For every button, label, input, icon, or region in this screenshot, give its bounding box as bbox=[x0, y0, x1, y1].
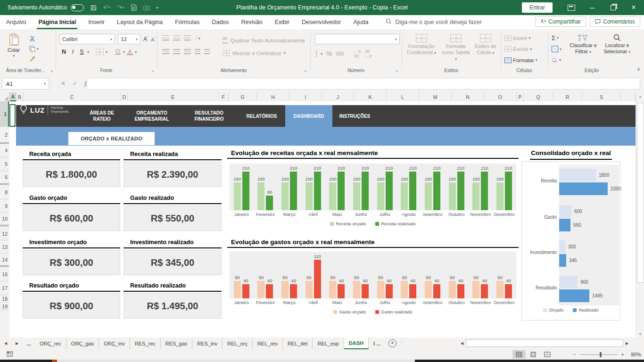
save-icon[interactable] bbox=[91, 5, 97, 11]
sheet-tab-REL_res[interactable]: REL_res bbox=[253, 337, 283, 349]
column-header-P[interactable]: P bbox=[517, 92, 524, 101]
format-painter-button[interactable] bbox=[29, 54, 39, 63]
sheet-nav-right-icon[interactable]: ▶ bbox=[11, 337, 23, 349]
nav-tab-resultado-financeiro[interactable]: RESULTADO FINANCEIRO bbox=[180, 105, 238, 127]
row-header-16[interactable]: 16 bbox=[0, 268, 9, 281]
row-header-2[interactable]: 2 bbox=[0, 127, 9, 144]
hscroll-right-icon[interactable]: ▶ bbox=[623, 341, 631, 346]
alignment-dialog-launcher[interactable]: ↘ bbox=[304, 69, 307, 73]
view-toggle-button[interactable]: ORÇADO x REALIZADO bbox=[68, 132, 155, 145]
column-header-Q[interactable]: Q bbox=[524, 92, 553, 101]
row-header-19[interactable]: 19 bbox=[0, 303, 9, 310]
decrease-decimal-icon[interactable]: .00→.0 bbox=[364, 49, 372, 58]
fill-button[interactable]: ↓▾ bbox=[552, 45, 561, 54]
sheet-tab-REL_esp[interactable]: REL_esp bbox=[313, 337, 344, 349]
align-middle-icon[interactable] bbox=[173, 35, 180, 41]
autosum-button[interactable]: Σ▾ bbox=[552, 33, 561, 42]
nav-tab-dashboard[interactable]: DASHBOARD bbox=[285, 105, 332, 127]
print-preview-icon[interactable] bbox=[131, 4, 137, 11]
paste-button[interactable]: Colar▾ bbox=[8, 33, 20, 58]
maximize-button[interactable] bbox=[603, 0, 623, 15]
row-header-10[interactable]: 10 bbox=[0, 213, 9, 226]
column-header-F[interactable]: F bbox=[218, 92, 229, 101]
row-header-14[interactable]: 14 bbox=[0, 254, 9, 267]
close-button[interactable]: × bbox=[623, 0, 644, 15]
sheet-tab-REL_orç[interactable]: REL_orç bbox=[223, 337, 253, 349]
ribbon-tab-desenvolvedor[interactable]: Desenvolvedor bbox=[296, 15, 347, 29]
camera-icon[interactable] bbox=[143, 5, 150, 10]
column-header-K[interactable]: K bbox=[354, 92, 387, 101]
scroll-down-icon[interactable]: ▼ bbox=[636, 330, 644, 337]
autosave-toggle[interactable] bbox=[71, 4, 84, 11]
hscroll-left-icon[interactable]: ◀ bbox=[458, 341, 466, 346]
italic-button[interactable]: I bbox=[69, 49, 76, 55]
conditional-formatting-button[interactable]: Formatação Condicional ▾ bbox=[406, 34, 437, 56]
nav-tab-instru-es[interactable]: INSTRUÇÕES bbox=[332, 105, 377, 127]
align-center-icon[interactable] bbox=[173, 49, 180, 54]
nav-tab--reas-de-rateio[interactable]: ÁREAS DE RATEIO bbox=[80, 105, 124, 127]
column-header-S[interactable]: S bbox=[582, 92, 621, 101]
sheet-overflow-right[interactable]: I ... bbox=[369, 337, 385, 349]
row-header-9[interactable]: 9 bbox=[0, 199, 9, 213]
bold-button[interactable]: N bbox=[60, 49, 67, 55]
zoom-level[interactable]: 90% bbox=[631, 352, 641, 357]
minimize-button[interactable]: ─ bbox=[582, 0, 603, 15]
qat-customize-icon[interactable]: ▾ bbox=[157, 6, 158, 10]
selected-cell-a1[interactable] bbox=[9, 104, 16, 127]
row-header-12[interactable]: 12 bbox=[0, 227, 9, 240]
insert-cells-button[interactable]: Inserir▾ bbox=[504, 33, 537, 42]
column-header-A[interactable]: A bbox=[10, 92, 17, 101]
tell-me-search[interactable]: Diga-me o que você deseja fazer bbox=[374, 15, 481, 29]
sheet-overflow-left[interactable]: ... bbox=[23, 337, 35, 349]
font-name-select[interactable]: Calibri▾ bbox=[59, 34, 115, 44]
ribbon-tab-exibir[interactable]: Exibir bbox=[269, 15, 296, 29]
ribbon-tab-inserir[interactable]: Inserir bbox=[82, 15, 111, 29]
column-header-H[interactable]: H bbox=[257, 92, 289, 101]
horizontal-scroll-thumb[interactable] bbox=[466, 339, 623, 347]
row-header-8[interactable]: 8 bbox=[0, 186, 9, 199]
grow-font-button[interactable]: Aˆ bbox=[143, 36, 148, 42]
sort-filter-button[interactable]: AZ Classificar e Filtrar ▾ bbox=[568, 34, 599, 55]
zoom-slider[interactable] bbox=[580, 354, 618, 355]
merge-center-button[interactable]: Mesclar e Centralizar▾ bbox=[223, 50, 286, 56]
vertical-scrollbar[interactable]: ▲ ▼ bbox=[636, 92, 644, 337]
column-header-B[interactable]: B bbox=[17, 92, 23, 101]
normal-view-button[interactable] bbox=[512, 350, 526, 359]
formula-input[interactable] bbox=[87, 78, 640, 90]
column-header-N[interactable]: N bbox=[452, 92, 484, 101]
column-header-D[interactable]: D bbox=[121, 92, 128, 101]
align-left-icon[interactable] bbox=[162, 49, 169, 54]
vertical-scroll-thumb[interactable] bbox=[637, 103, 644, 283]
row-header-1[interactable]: 1 bbox=[0, 101, 9, 127]
scroll-up-icon[interactable]: ▲ bbox=[636, 92, 644, 100]
sheet-tab-ORÇ_rec[interactable]: ORÇ_rec bbox=[35, 337, 66, 349]
ribbon-tab-layout-da-página[interactable]: Layout da Página bbox=[111, 15, 169, 29]
row-header-18[interactable]: 18 bbox=[0, 295, 9, 303]
page-break-view-button[interactable] bbox=[541, 350, 554, 359]
ribbon-tab-revisão[interactable]: Revisão bbox=[235, 15, 269, 29]
increase-decimal-icon[interactable]: ←.0.00 bbox=[353, 49, 361, 58]
name-box[interactable]: A1▾ bbox=[2, 78, 49, 90]
redo-icon[interactable]: ↷▾ bbox=[117, 4, 124, 11]
column-header-L[interactable]: L bbox=[387, 92, 419, 101]
share-button[interactable]: Compartilhar bbox=[535, 16, 586, 27]
sheet-tab-RES_gas[interactable]: RES_gas bbox=[161, 337, 192, 349]
column-header-G[interactable]: G bbox=[229, 92, 257, 101]
collapse-ribbon-icon[interactable]: ∧ bbox=[637, 66, 640, 72]
row-header-4[interactable]: 4 bbox=[0, 144, 9, 157]
ribbon-tab-página-inicial[interactable]: Página Inicial bbox=[32, 15, 82, 29]
enter-icon[interactable]: ✓ bbox=[73, 80, 77, 87]
format-cells-button[interactable]: Formatar▾ bbox=[504, 56, 537, 65]
row-header-13[interactable]: 13 bbox=[0, 240, 9, 254]
align-right-icon[interactable] bbox=[184, 49, 191, 54]
new-sheet-button[interactable]: + bbox=[385, 337, 399, 349]
horizontal-scrollbar[interactable]: ◀ ▶ bbox=[458, 339, 631, 347]
column-header-O[interactable]: O bbox=[484, 92, 517, 101]
ribbon-display-options-icon[interactable] bbox=[561, 0, 582, 15]
column-header-R[interactable]: R bbox=[553, 92, 582, 101]
nav-tab-relat-rios[interactable]: RELATÓRIOS bbox=[238, 105, 285, 127]
sign-in-button[interactable]: Entrar bbox=[522, 2, 553, 13]
format-as-table-button[interactable]: Formatar como Tabela ▾ bbox=[441, 34, 471, 62]
comments-button[interactable]: Comentários bbox=[590, 16, 640, 27]
font-dialog-launcher[interactable]: ↘ bbox=[151, 69, 154, 73]
